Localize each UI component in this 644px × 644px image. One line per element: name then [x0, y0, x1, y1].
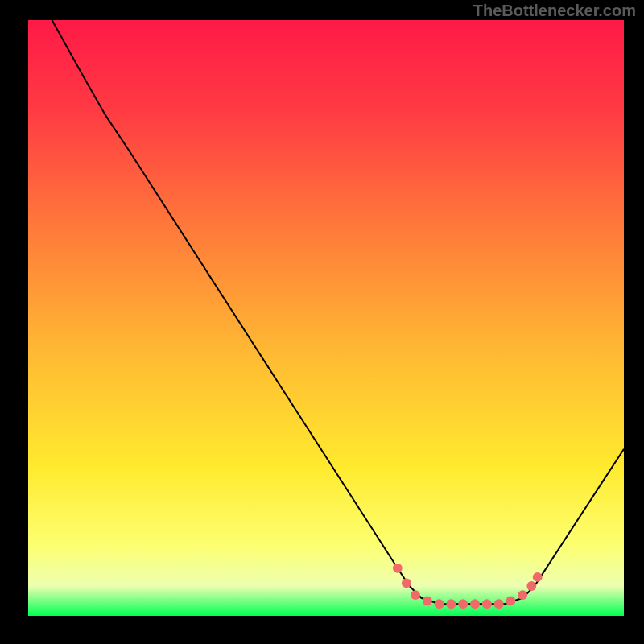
marker-dot: [402, 578, 411, 588]
marker-dot: [458, 599, 468, 609]
curve-layer: [28, 20, 624, 616]
marker-dot: [411, 590, 420, 600]
marker-group: [393, 564, 543, 609]
marker-dot: [470, 599, 480, 609]
plot-area: [28, 20, 624, 616]
marker-dot: [518, 590, 527, 600]
marker-dot: [393, 564, 402, 573]
marker-dot: [446, 599, 456, 609]
marker-dot: [435, 599, 444, 609]
marker-dot: [526, 581, 536, 591]
marker-dot: [533, 572, 543, 582]
bottleneck-curve: [52, 20, 624, 604]
marker-dot: [482, 599, 492, 609]
marker-dot: [494, 599, 504, 609]
watermark-text: TheBottlenecker.com: [473, 2, 636, 20]
marker-dot: [423, 597, 432, 606]
marker-dot: [506, 597, 515, 606]
